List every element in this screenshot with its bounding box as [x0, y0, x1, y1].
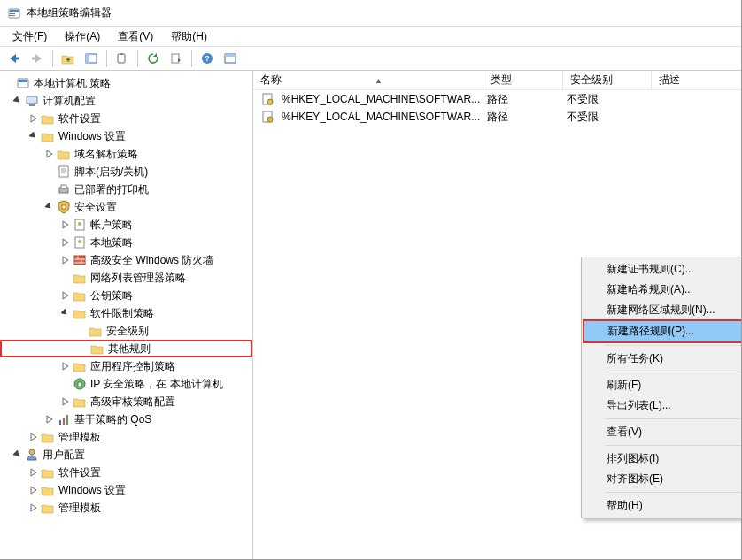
tree-user-templates[interactable]: 管理模板 — [0, 499, 252, 517]
tree-scripts[interactable]: 脚本(启动/关机) — [0, 163, 252, 180]
cm-new-path-rule[interactable]: 新建路径规则(P)... — [584, 321, 742, 341]
help-button[interactable]: ? — [197, 48, 218, 69]
tree-label: 已部署的打印机 — [74, 182, 149, 197]
tree-software-settings[interactable]: 软件设置 — [0, 110, 252, 127]
up-folder-button[interactable] — [58, 48, 79, 69]
path-rule-icon — [260, 110, 274, 124]
cm-all-tasks[interactable]: 所有任务(K)▶ — [584, 349, 742, 369]
tree-label: 基于策略的 QoS — [74, 412, 151, 427]
expand-icon[interactable] — [60, 361, 71, 372]
collapse-icon[interactable] — [60, 308, 71, 318]
tree-user-config[interactable]: 用户配置 — [0, 446, 252, 464]
show-hide-tree-button[interactable] — [81, 48, 102, 69]
list-body: %HKEY_LOCAL_MACHINE\SOFTWAR... 路径 不受限 %H… — [253, 90, 741, 126]
collapse-icon[interactable] — [44, 202, 55, 212]
tree-advanced-audit[interactable]: 高级审核策略配置 — [0, 393, 252, 410]
cm-align-icons[interactable]: 对齐图标(E) — [584, 469, 742, 489]
expand-icon[interactable] — [60, 396, 71, 407]
expand-icon[interactable] — [60, 219, 71, 230]
column-type[interactable]: 类型 — [483, 71, 563, 89]
expand-icon[interactable] — [28, 467, 39, 478]
properties-button[interactable] — [220, 48, 241, 69]
tree-security-settings[interactable]: 安全设置 — [0, 198, 252, 216]
context-menu: 新建证书规则(C)... 新建哈希规则(A)... 新建网络区域规则(N)...… — [581, 257, 742, 518]
tree-ip-security[interactable]: IP 安全策略，在 本地计算机 — [0, 375, 252, 393]
tree-label: Windows 设置 — [58, 129, 126, 144]
column-security-level[interactable]: 安全级别 — [563, 71, 652, 89]
toolbar: ? — [0, 46, 741, 71]
tree-computer-config[interactable]: 计算机配置 — [0, 92, 252, 110]
svg-rect-18 — [29, 104, 35, 106]
printer-icon — [57, 182, 71, 196]
list-row[interactable]: %HKEY_LOCAL_MACHINE\SOFTWAR... 路径 不受限 — [253, 108, 741, 126]
tree-local-policies[interactable]: 本地策略 — [0, 234, 252, 251]
policy-icon — [73, 218, 87, 232]
refresh-button[interactable] — [143, 48, 164, 69]
cm-refresh[interactable]: 刷新(F) — [584, 375, 742, 395]
tree-label: 其他规则 — [108, 341, 151, 357]
cm-new-hash-rule[interactable]: 新建哈希规则(A)... — [584, 280, 742, 300]
expand-icon[interactable] — [60, 255, 71, 265]
expand-icon[interactable] — [28, 113, 39, 124]
tree-root[interactable]: 本地计算机 策略 — [0, 74, 252, 92]
cm-new-zone-rule[interactable]: 新建网络区域规则(N)... — [584, 300, 742, 320]
column-description[interactable]: 描述 — [652, 71, 741, 89]
menubar: 文件(F) 操作(A) 查看(V) 帮助(H) — [0, 27, 741, 46]
svg-rect-4 — [14, 58, 19, 60]
tree-qos[interactable]: 基于策略的 QoS — [0, 410, 252, 428]
shield-icon — [57, 200, 71, 214]
menu-file[interactable]: 文件(F) — [5, 27, 54, 46]
tree-app-control[interactable]: 应用程序控制策略 — [0, 357, 252, 375]
expand-icon[interactable] — [60, 290, 71, 301]
tree-label: 帐户策略 — [90, 218, 133, 233]
cm-export-list[interactable]: 导出列表(L)... — [584, 395, 742, 416]
collapse-icon[interactable] — [12, 449, 23, 460]
tree-advanced-firewall[interactable]: 高级安全 Windows 防火墙 — [0, 251, 252, 269]
tree-windows-settings[interactable]: Windows 设置 — [0, 127, 252, 145]
tree-deployed-printers[interactable]: 已部署的打印机 — [0, 180, 252, 198]
svg-rect-1 — [10, 10, 19, 12]
cm-separator — [605, 418, 742, 419]
column-name[interactable]: 名称▲ — [253, 71, 483, 89]
list-row[interactable]: %HKEY_LOCAL_MACHINE\SOFTWAR... 路径 不受限 — [253, 90, 741, 108]
tree-user-windows[interactable]: Windows 设置 — [0, 481, 252, 499]
tree-network-list[interactable]: 网络列表管理器策略 — [0, 269, 252, 287]
tree-other-rules[interactable]: 其他规则 — [0, 340, 252, 357]
tree-account-policies[interactable]: 帐户策略 — [0, 216, 252, 234]
cm-arrange-icons[interactable]: 排列图标(I)▶ — [584, 449, 742, 469]
nav-forward-button[interactable] — [27, 48, 48, 69]
expand-icon[interactable] — [4, 78, 14, 88]
cm-help[interactable]: 帮助(H) — [584, 495, 742, 516]
collapse-icon[interactable] — [28, 131, 39, 142]
tree-label: 管理模板 — [58, 430, 101, 445]
export-button[interactable] — [166, 48, 187, 69]
expand-icon[interactable] — [28, 485, 39, 495]
nav-back-button[interactable] — [4, 48, 25, 69]
tree-user-software[interactable]: 软件设置 — [0, 464, 252, 481]
expand-icon[interactable] — [28, 502, 39, 513]
copy-button[interactable] — [112, 48, 133, 69]
tree-software-restriction[interactable]: 软件限制策略 — [0, 304, 252, 322]
svg-rect-27 — [74, 256, 85, 265]
svg-rect-19 — [59, 166, 68, 177]
tree-admin-templates[interactable]: 管理模板 — [0, 428, 252, 446]
expand-icon[interactable] — [44, 414, 55, 425]
folder-icon — [73, 271, 87, 285]
tree-security-levels[interactable]: 安全级别 — [0, 322, 252, 340]
cm-separator — [605, 492, 742, 493]
expand-icon[interactable] — [60, 237, 71, 248]
cm-view[interactable]: 查看(V)▶ — [584, 422, 742, 442]
menu-action[interactable]: 操作(A) — [58, 27, 107, 46]
expand-icon[interactable] — [28, 432, 39, 442]
collapse-icon[interactable] — [12, 96, 23, 106]
tree-dns-policy[interactable]: 域名解析策略 — [0, 145, 252, 163]
expand-icon[interactable] — [44, 149, 55, 159]
tree-public-key[interactable]: 公钥策略 — [0, 287, 252, 304]
menu-help[interactable]: 帮助(H) — [164, 27, 214, 46]
tree-label: 域名解析策略 — [74, 147, 138, 162]
tree-label: 高级审核策略配置 — [90, 395, 175, 410]
cm-new-cert-rule[interactable]: 新建证书规则(C)... — [584, 259, 742, 280]
menu-view[interactable]: 查看(V) — [111, 27, 160, 46]
folder-icon — [41, 430, 55, 444]
svg-rect-5 — [32, 58, 37, 60]
